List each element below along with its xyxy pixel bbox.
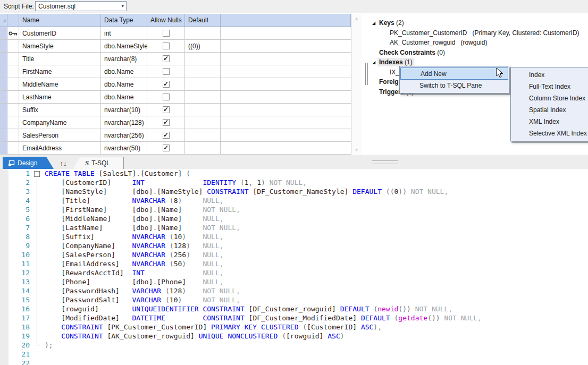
allow-nulls-cell[interactable] (147, 65, 185, 78)
row-gutter[interactable] (0, 104, 7, 116)
default-cell[interactable]: ((0)) (185, 40, 221, 52)
tab-design[interactable]: Design (3, 157, 54, 169)
column-name-cell[interactable]: NameStyle (19, 40, 101, 52)
column-name-cell[interactable]: SalesPerson (19, 129, 101, 141)
table-row[interactable]: SalesPersonnvarchar(256) (0, 129, 351, 142)
data-type-cell[interactable]: dbo.Name (101, 65, 147, 78)
data-type-cell[interactable]: nvarchar(8) (101, 53, 147, 65)
default-cell[interactable] (185, 116, 221, 129)
vertical-splitter[interactable] (365, 63, 368, 85)
default-cell[interactable] (185, 27, 221, 39)
swap-panes-button[interactable]: ↑↓ (54, 158, 72, 168)
row-gutter[interactable] (0, 142, 7, 154)
allow-nulls-cell[interactable] (147, 78, 185, 90)
allow-nulls-checkbox[interactable] (163, 94, 170, 100)
allow-nulls-cell[interactable] (147, 27, 185, 39)
horizontal-splitter-grip[interactable] (372, 160, 398, 164)
allow-nulls-cell[interactable] (147, 129, 185, 141)
default-cell[interactable] (185, 53, 221, 65)
submenu-item-selective-xml-index[interactable]: Selective XML Index (511, 128, 588, 139)
column-name-cell[interactable]: LastName (19, 91, 101, 103)
allow-nulls-cell[interactable] (147, 116, 185, 129)
tree-item[interactable]: AK_Customer_rowguid(rowguid) (371, 38, 588, 48)
tsql-editor[interactable]: 1CREATE TABLE [SalesLT].[Customer] (2 [C… (0, 169, 588, 365)
data-type-cell[interactable]: dbo.Name (101, 78, 147, 90)
row-gutter[interactable] (0, 40, 7, 52)
grid-scrollbar[interactable]: ▲ ▼ (351, 14, 362, 155)
tab-tsql[interactable]: S T-SQL (73, 157, 124, 169)
allow-nulls-checkbox[interactable] (163, 68, 170, 75)
data-type-cell[interactable]: nvarchar(10) (101, 104, 147, 116)
submenu-item-index[interactable]: Index (511, 69, 588, 81)
allow-nulls-checkbox[interactable] (163, 106, 170, 113)
data-type-cell[interactable]: dbo.NameStyle (101, 40, 147, 52)
column-name-cell[interactable]: Title (19, 53, 101, 65)
allow-nulls-cell[interactable] (147, 40, 185, 52)
allow-nulls-cell[interactable] (147, 91, 185, 103)
header-data-type[interactable]: Data Type (101, 14, 147, 27)
default-cell[interactable] (185, 142, 221, 154)
expanded-triangle-icon[interactable]: ◢ (371, 21, 379, 26)
allow-nulls-checkbox[interactable] (163, 81, 170, 88)
scroll-down-icon[interactable]: ▼ (351, 148, 362, 152)
column-name-cell[interactable]: CustomerID (19, 27, 101, 39)
default-cell[interactable] (185, 91, 221, 103)
tree-group-keys[interactable]: ◢Keys (2) (371, 18, 588, 28)
tree-group-check-constraints[interactable]: Check Constraints (0) (371, 48, 588, 58)
default-cell[interactable] (185, 104, 221, 116)
table-row[interactable]: FirstNamedbo.Name (0, 65, 351, 78)
default-cell[interactable] (185, 129, 221, 141)
header-allow-nulls[interactable]: Allow Nulls (147, 14, 185, 27)
allow-nulls-checkbox[interactable] (163, 30, 170, 37)
default-cell[interactable] (185, 65, 221, 78)
allow-nulls-checkbox[interactable] (163, 145, 170, 151)
table-row[interactable]: MiddleNamedbo.Name (0, 78, 351, 91)
allow-nulls-checkbox[interactable] (163, 132, 170, 139)
column-name-cell[interactable]: CompanyName (19, 116, 101, 129)
menu-item-switch-to-t-sql-pane[interactable]: Switch to T-SQL Pane (400, 80, 509, 92)
row-gutter[interactable] (0, 91, 7, 103)
allow-nulls-cell[interactable] (147, 53, 185, 65)
table-row[interactable]: Titlenvarchar(8) (0, 53, 351, 65)
submenu-item-column-store-index[interactable]: Column Store Index (511, 92, 588, 104)
code-fold-collapse-icon[interactable] (34, 171, 40, 177)
table-row[interactable]: EmailAddressnvarchar(50) (0, 142, 351, 155)
data-type-cell[interactable]: nvarchar(50) (101, 142, 147, 154)
row-gutter[interactable] (0, 53, 7, 65)
allow-nulls-checkbox[interactable] (163, 55, 170, 62)
chevron-down-icon[interactable]: ▾ (121, 3, 124, 9)
grid-corner-cell[interactable]: ◢ (0, 14, 7, 27)
default-cell[interactable] (185, 78, 221, 90)
table-row[interactable]: CustomerIDint (0, 27, 351, 40)
submenu-item-full-text-index[interactable]: Full-Text Index (511, 81, 588, 92)
data-type-cell[interactable]: int (101, 27, 147, 39)
row-gutter[interactable] (0, 129, 7, 141)
scroll-up-icon[interactable]: ▲ (351, 16, 362, 21)
row-gutter[interactable] (0, 65, 7, 78)
table-row[interactable]: LastNamedbo.Name (0, 91, 351, 104)
script-file-combobox[interactable]: Customer.sql ▾ (35, 1, 127, 11)
table-row[interactable]: NameStyledbo.NameStyle((0)) (0, 40, 351, 53)
submenu-item-spatial-index[interactable]: Spatial Index (511, 104, 588, 116)
menu-item-add-new[interactable]: Add New (400, 67, 508, 80)
allow-nulls-checkbox[interactable] (163, 119, 170, 126)
row-gutter[interactable] (0, 78, 7, 90)
data-type-cell[interactable]: nvarchar(128) (101, 116, 147, 129)
row-gutter[interactable] (0, 27, 7, 39)
tree-item[interactable]: PK_Customer_CustomerID(Primary Key, Clus… (371, 28, 588, 38)
table-row[interactable]: CompanyNamenvarchar(128) (0, 116, 351, 129)
data-type-cell[interactable]: nvarchar(256) (101, 129, 147, 141)
row-gutter[interactable] (0, 116, 7, 129)
column-name-cell[interactable]: EmailAddress (19, 142, 101, 154)
allow-nulls-cell[interactable] (147, 104, 185, 116)
data-type-cell[interactable]: dbo.Name (101, 91, 147, 103)
header-name[interactable]: Name (19, 14, 101, 27)
submenu-item-xml-index[interactable]: XML Index (511, 116, 588, 128)
allow-nulls-cell[interactable] (147, 142, 185, 154)
table-row[interactable]: Suffixnvarchar(10) (0, 104, 351, 116)
column-name-cell[interactable]: FirstName (19, 65, 101, 78)
header-default[interactable]: Default (185, 14, 221, 27)
column-name-cell[interactable]: MiddleName (19, 78, 101, 90)
column-name-cell[interactable]: Suffix (19, 104, 101, 116)
allow-nulls-checkbox[interactable] (163, 43, 170, 49)
